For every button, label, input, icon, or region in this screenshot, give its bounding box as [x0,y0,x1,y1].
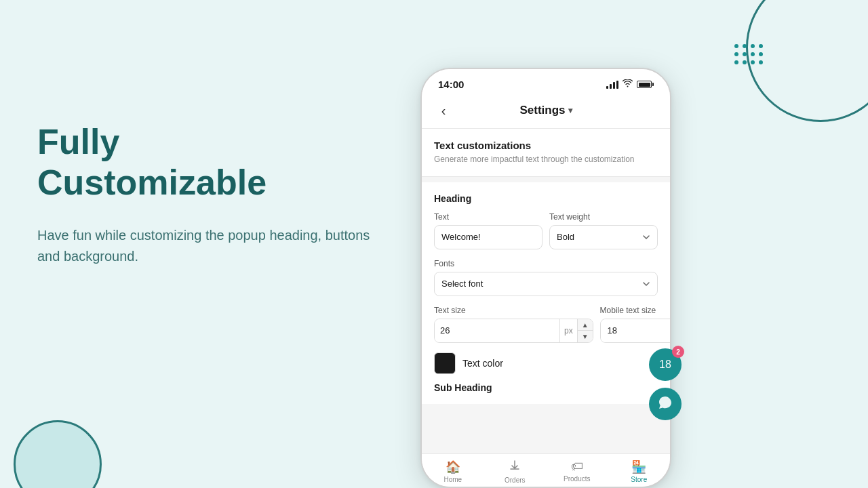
nav-bar: ‹ Settings ▾ [422,94,670,129]
text-weight-row: Text Text weight Bold [434,212,658,249]
size-unit: px [559,319,577,342]
size-input-wrap: px ▲ ▼ [434,319,593,343]
status-bar: 14:00 [422,69,670,94]
text-size-label: Text size [434,306,593,315]
chat-icon [658,395,673,413]
fab-notification-button[interactable]: 2 18 [649,348,682,381]
color-swatch[interactable] [434,352,456,374]
weight-select[interactable]: Bold [549,225,658,249]
fab-badge: 2 [672,346,684,358]
size-row: Text size px ▲ ▼ Mobile text size [434,306,658,343]
deco-dots [734,44,763,64]
back-button[interactable]: ‹ [433,100,454,121]
text-input[interactable] [434,225,542,249]
fab-container: 2 18 [649,348,682,420]
sub-heading-label: Sub Heading [434,382,658,393]
nav-item-store[interactable]: 🏪 Store [608,460,671,484]
color-row: Text color [434,352,658,374]
size-stepper: ▲ ▼ [577,319,593,342]
battery-icon [637,81,654,88]
nav-item-orders[interactable]: Orders [484,460,547,484]
home-label: Home [443,476,462,483]
weight-field-col: Text weight Bold [549,212,658,249]
weight-label: Text weight [549,212,658,222]
phone-outer: 14:00 [420,68,671,488]
text-field-col: Text [434,212,542,249]
text-size-field: Text size px ▲ ▼ [434,306,593,343]
color-label: Text color [462,358,503,369]
section-title: Text customizations [434,140,658,151]
products-icon: 🏷 [571,460,583,474]
left-content: Fully Customizable Have fun while custom… [37,122,390,267]
fab-chat-button[interactable] [649,388,682,420]
orders-icon [509,460,521,475]
nav-dropdown-icon[interactable]: ▾ [568,106,572,115]
status-icons [606,79,654,89]
store-label: Store [631,476,647,483]
orders-label: Orders [505,476,526,484]
bottom-nav: 🏠 Home Orders 🏷 Products 🏪 Store [422,453,670,487]
phone-container: 14:00 [420,68,671,488]
section-header: Text customizations Generate more impact… [422,129,670,177]
signal-bars-icon [606,81,618,89]
nav-title: Settings ▾ [454,104,637,117]
products-label: Products [564,475,590,483]
mobile-size-input[interactable] [601,319,670,342]
wifi-icon [623,79,633,89]
form-content: Heading Text Text weight Bold F [422,182,670,404]
home-icon: 🏠 [446,460,460,474]
text-label: Text [434,212,542,222]
fab-number-icon: 18 [659,359,671,371]
nav-item-products[interactable]: 🏷 Products [546,460,608,484]
stepper-up-button[interactable]: ▲ [578,319,593,331]
phone-content: Text customizations Generate more impact… [422,129,670,453]
fonts-section: Fonts Select font [434,259,658,296]
sub-heading-area: Sub Heading [434,382,658,393]
heading-group-label: Heading [434,193,658,204]
store-icon: 🏪 [631,460,646,474]
nav-item-home[interactable]: 🏠 Home [422,460,484,484]
fonts-label: Fonts [434,259,658,268]
stepper-down-button[interactable]: ▼ [578,331,593,342]
deco-circle-top-right [746,0,868,122]
back-arrow-icon: ‹ [441,103,446,119]
font-select[interactable]: Select font [434,272,658,296]
status-time: 14:00 [438,79,464,90]
mobile-size-label: Mobile text size [600,306,670,315]
mobile-size-field: Mobile text size [600,306,670,343]
section-desc: Generate more impactful text through the… [434,154,658,165]
deco-circle-bottom-left [14,420,102,488]
sub-text: Have fun while customizing the popup hea… [37,225,390,267]
text-size-input[interactable] [435,319,559,342]
mobile-size-wrap [600,319,670,343]
main-heading: Fully Customizable [37,122,390,203]
